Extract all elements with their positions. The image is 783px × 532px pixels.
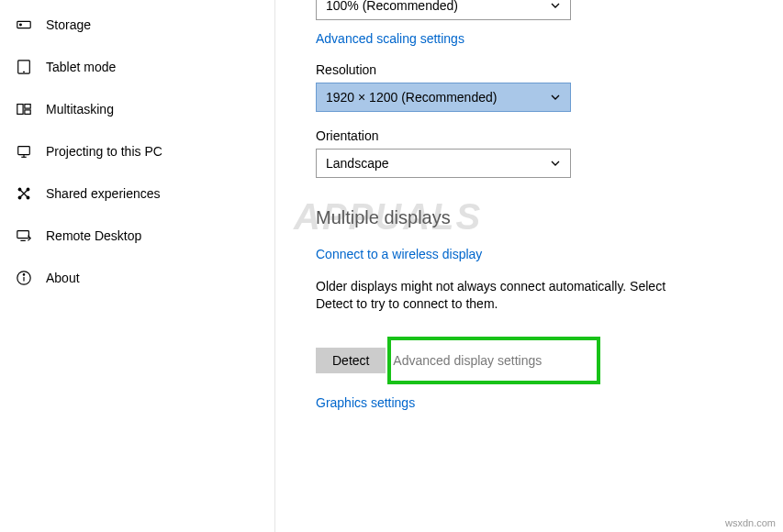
resolution-dropdown[interactable]: 1920 × 1200 (Recommended) bbox=[316, 83, 571, 112]
advanced-scaling-link[interactable]: Advanced scaling settings bbox=[316, 31, 464, 46]
sidebar-item-projecting[interactable]: Projecting to this PC bbox=[0, 130, 274, 172]
svg-rect-7 bbox=[18, 147, 30, 155]
display-settings-panel: 100% (Recommended) Advanced scaling sett… bbox=[275, 0, 783, 532]
info-icon bbox=[15, 269, 33, 287]
storage-icon bbox=[15, 16, 33, 34]
sidebar-item-about[interactable]: About bbox=[0, 257, 274, 299]
sidebar-item-shared-experiences[interactable]: Shared experiences bbox=[0, 172, 274, 215]
resolution-label: Resolution bbox=[316, 62, 783, 77]
sidebar-item-multitasking[interactable]: Multitasking bbox=[0, 88, 274, 130]
sidebar-item-tablet-mode[interactable]: Tablet mode bbox=[0, 46, 274, 88]
tablet-icon bbox=[15, 58, 33, 76]
resolution-dropdown-value: 1920 × 1200 (Recommended) bbox=[326, 90, 497, 105]
detect-button[interactable]: Detect bbox=[316, 348, 386, 373]
graphics-settings-link[interactable]: Graphics settings bbox=[316, 395, 415, 410]
remote-desktop-icon bbox=[15, 227, 33, 245]
older-displays-text: Older displays might not always connect … bbox=[316, 278, 701, 313]
svg-rect-6 bbox=[25, 110, 30, 115]
source-attribution: wsxdn.com bbox=[725, 517, 776, 528]
chevron-down-icon bbox=[550, 92, 561, 103]
sidebar-item-label: Tablet mode bbox=[46, 60, 116, 74]
svg-rect-5 bbox=[25, 105, 30, 109]
sidebar-item-label: Multitasking bbox=[46, 102, 114, 116]
chevron-down-icon bbox=[550, 0, 561, 11]
sidebar-item-label: About bbox=[46, 271, 80, 285]
svg-rect-4 bbox=[17, 105, 23, 115]
svg-rect-14 bbox=[17, 231, 29, 238]
multiple-displays-heading: Multiple displays bbox=[316, 207, 783, 228]
sidebar-item-storage[interactable]: Storage bbox=[0, 4, 274, 46]
sidebar-item-label: Projecting to this PC bbox=[46, 144, 162, 159]
svg-point-17 bbox=[23, 274, 24, 275]
orientation-dropdown-value: Landscape bbox=[326, 156, 389, 171]
settings-sidebar: Storage Tablet mode Multitasking Project… bbox=[0, 0, 275, 532]
sidebar-item-label: Shared experiences bbox=[46, 186, 161, 201]
shared-experiences-icon bbox=[15, 184, 33, 203]
svg-point-1 bbox=[20, 24, 22, 26]
scale-dropdown-value: 100% (Recommended) bbox=[326, 0, 458, 13]
chevron-down-icon bbox=[550, 158, 561, 169]
sidebar-item-remote-desktop[interactable]: Remote Desktop bbox=[0, 215, 274, 257]
orientation-label: Orientation bbox=[316, 128, 783, 143]
highlight-annotation: Advanced display settings bbox=[387, 337, 600, 384]
connect-wireless-display-link[interactable]: Connect to a wireless display bbox=[316, 247, 482, 261]
multitasking-icon bbox=[15, 100, 33, 118]
projecting-icon bbox=[15, 142, 33, 161]
sidebar-item-label: Storage bbox=[46, 17, 91, 32]
sidebar-item-label: Remote Desktop bbox=[46, 228, 141, 243]
orientation-dropdown[interactable]: Landscape bbox=[316, 149, 571, 178]
advanced-display-settings-link[interactable]: Advanced display settings bbox=[393, 353, 542, 368]
scale-dropdown[interactable]: 100% (Recommended) bbox=[316, 0, 571, 20]
